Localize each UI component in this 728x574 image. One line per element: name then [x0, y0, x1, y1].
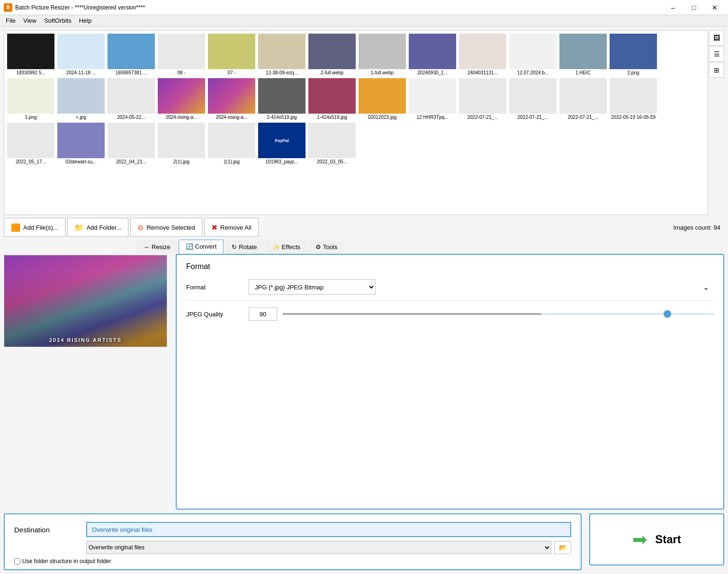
- thumbnail-label: 2-full.webp: [321, 70, 343, 75]
- format-section-title: Format: [186, 262, 714, 271]
- thumbnail-label: 20240930_1...: [417, 70, 448, 75]
- thumbnail-item[interactable]: 2404031131...: [458, 33, 507, 76]
- thumbnail-item[interactable]: 2022-07-21_...: [508, 77, 557, 121]
- format-select[interactable]: JPG (*.jpg) JPEG Bitmap PNG (*.png) Port…: [249, 279, 376, 295]
- content-area: 2024 RISING ARTISTS Format Format JPG (*…: [4, 254, 724, 510]
- thumbnail-item[interactable]: 1659957381 ...: [107, 33, 156, 76]
- tab-resize[interactable]: ↔ Resize: [136, 240, 178, 254]
- effects-tab-label: Effects: [282, 243, 301, 251]
- minimize-button[interactable]: –: [664, 1, 683, 14]
- thumbnail-item[interactable]: 2-full.webp: [307, 33, 357, 76]
- thumbnail-label: 1-414x519.jpg: [317, 115, 347, 120]
- use-folder-checkbox[interactable]: [14, 558, 20, 565]
- destination-row: Destination: [14, 522, 571, 537]
- thumbnail-item[interactable]: 2022_05_17...: [6, 122, 55, 165]
- browse-button[interactable]: 📂: [554, 541, 571, 554]
- tab-effects[interactable]: ✨ Effects: [265, 240, 308, 254]
- use-folder-checkbox-row[interactable]: Use folder structure in output folder: [14, 558, 571, 565]
- close-button[interactable]: ✕: [705, 1, 724, 14]
- add-folder-button[interactable]: 📁 Add Folder...: [67, 218, 129, 237]
- thumbnail-item[interactable]: 03stewart-su...: [56, 122, 106, 165]
- quality-input[interactable]: [249, 307, 277, 321]
- thumbnail-label: 2(1).jpg: [173, 159, 189, 164]
- tools-tab-icon: ⚙: [315, 243, 321, 251]
- remove-selected-button[interactable]: ⊘ Remove Selected: [130, 218, 202, 237]
- thumbnail-item[interactable]: 2024-rising-a...: [157, 77, 206, 121]
- view-list-button[interactable]: ☰: [709, 46, 724, 62]
- destination-input[interactable]: [86, 522, 571, 537]
- rotate-tab-icon: ↻: [232, 243, 237, 251]
- resize-tab-icon: ↔: [144, 243, 150, 251]
- thumbnail-item[interactable]: 1.HEIC: [558, 33, 608, 76]
- image-gallery[interactable]: 18330992 5...2024-11-18 ...1659957381 ..…: [4, 30, 708, 215]
- thumbnail-item[interactable]: 1(1).jpg: [207, 122, 256, 165]
- add-files-icon: 🟧: [11, 223, 20, 232]
- main-area: 18330992 5...2024-11-18 ...1659957381 ..…: [0, 27, 728, 574]
- thumbnail-image: [409, 78, 456, 114]
- thumbnail-item[interactable]: 1-414x519.jpg: [307, 77, 357, 121]
- thumbnail-image: [208, 34, 255, 69]
- thumbnail-item[interactable]: 2-414x519.jpg: [257, 77, 306, 121]
- quality-slider[interactable]: [283, 313, 714, 315]
- remove-selected-icon: ⊘: [137, 223, 144, 232]
- thumbnail-item[interactable]: 2022-07-21_...: [458, 77, 507, 121]
- jpeg-quality-row: JPEG Quality: [186, 307, 714, 321]
- thumbnail-label: 2-414x519.jpg: [267, 115, 297, 120]
- thumbnail-label: 2022-05-19 16-05-59: [611, 115, 656, 120]
- tab-tools[interactable]: ⚙ Tools: [308, 240, 344, 254]
- resize-tab-label: Resize: [152, 243, 171, 251]
- tab-rotate[interactable]: ↻ Rotate: [225, 240, 264, 254]
- thumbnail-item[interactable]: 12 HHR3Tpq...: [408, 77, 457, 121]
- remove-all-button[interactable]: ✖ Remove All: [204, 218, 259, 237]
- thumbnail-label: 1(1).jpg: [224, 159, 240, 164]
- thumbnail-label: 2404031131...: [467, 70, 498, 75]
- menu-view[interactable]: View: [19, 16, 40, 25]
- destination-panel: Destination Overwrite original files Sav…: [4, 513, 582, 570]
- destination-dropdown[interactable]: Overwrite original files Save to folder …: [86, 541, 551, 554]
- thumbnail-image: [459, 78, 506, 114]
- thumbnail-item[interactable]: 02012023.jpg: [358, 77, 407, 121]
- thumbnail-item[interactable]: 2024-11-18 ...: [56, 33, 106, 76]
- thumbnail-item[interactable]: 2024-rising-a...: [207, 77, 256, 121]
- tab-convert[interactable]: 🔄 Convert: [179, 240, 224, 254]
- thumbnail-item[interactable]: 2022-05-19 16-05-59: [609, 77, 658, 121]
- remove-all-label: Remove All: [220, 224, 252, 231]
- images-count: Images count: 94: [673, 224, 724, 231]
- thumbnail-item[interactable]: 1.png: [6, 77, 55, 121]
- thumbnail-item[interactable]: 1-full.webp: [358, 33, 407, 76]
- thumbnail-item[interactable]: 2022_03_05...: [307, 122, 357, 165]
- menu-softorbits[interactable]: SoftOrbits: [40, 16, 75, 25]
- menu-help[interactable]: Help: [75, 16, 96, 25]
- thumbnail-image: [7, 34, 54, 69]
- thumbnail-image: [559, 34, 607, 69]
- add-files-button[interactable]: 🟧 Add File(s)...: [4, 218, 65, 237]
- preview-caption: 2024 RISING ARTISTS: [49, 337, 122, 343]
- thumbnail-label: 1659957381 ...: [116, 70, 147, 75]
- thumbnail-label: 1-full.webp: [371, 70, 394, 75]
- thumbnail-item[interactable]: 2(1).jpg: [157, 122, 206, 165]
- thumbnail-item[interactable]: +.jpg: [56, 77, 106, 121]
- thumbnail-item[interactable]: 18330992 5...: [6, 33, 55, 76]
- thumbnail-item[interactable]: 08 -: [157, 33, 206, 76]
- thumbnail-item[interactable]: 12.07.2024.b...: [508, 33, 557, 76]
- thumbnail-image: [610, 34, 657, 69]
- thumbnail-label: 08 -: [177, 70, 185, 75]
- add-folder-label: Add Folder...: [87, 224, 122, 231]
- destination-folder-row: Overwrite original files Save to folder …: [86, 541, 571, 554]
- view-grid-button[interactable]: ⊞: [709, 63, 724, 78]
- thumbnail-item[interactable]: 20240930_1...: [408, 33, 457, 76]
- thumbnail-item[interactable]: PayPal101983_payp...: [257, 122, 306, 165]
- thumbnail-item[interactable]: 2024-05-22...: [107, 77, 156, 121]
- thumbnail-item[interactable]: 07 -: [207, 33, 256, 76]
- thumbnail-label: 2022_03_05...: [317, 159, 347, 164]
- thumbnail-item[interactable]: 2022-07-21_...: [558, 77, 608, 121]
- maximize-button[interactable]: □: [684, 1, 703, 14]
- start-panel[interactable]: ➡ Start: [589, 513, 724, 565]
- thumbnail-item[interactable]: 2.png: [609, 33, 658, 76]
- thumbnail-item[interactable]: 12-38-09-ezq...: [257, 33, 306, 76]
- thumbnail-label: 07 -: [227, 70, 235, 75]
- view-thumbnails-button[interactable]: 🖼: [709, 30, 724, 45]
- menu-file[interactable]: File: [2, 16, 19, 25]
- thumbnail-item[interactable]: 2022_04_21...: [107, 122, 156, 165]
- toolbar: 🟧 Add File(s)... 📁 Add Folder... ⊘ Remov…: [4, 218, 724, 237]
